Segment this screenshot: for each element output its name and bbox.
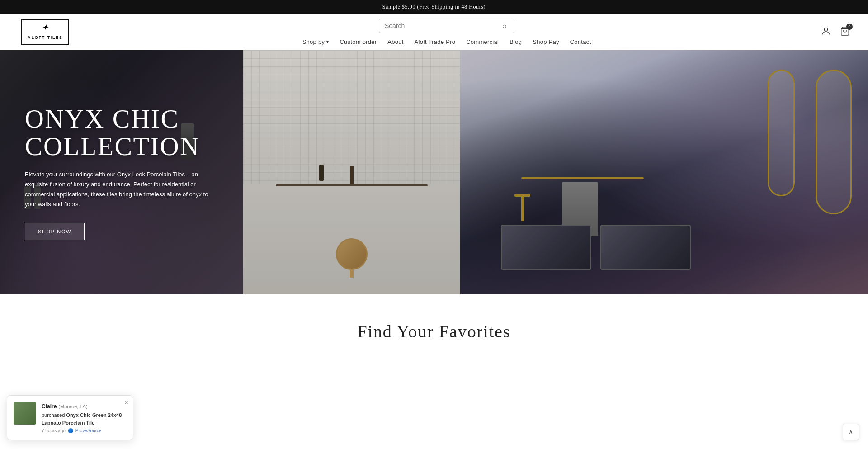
svg-point-0 — [824, 28, 827, 31]
search-button[interactable]: ⌕ — [500, 22, 509, 30]
nav-item-about[interactable]: About — [387, 38, 403, 46]
search-input[interactable] — [385, 22, 500, 29]
nav-link-trade-pro[interactable]: Aloft Trade Pro — [415, 38, 456, 45]
announcement-text: Sample $5.99 (Free Shipping in 48 Hours) — [382, 4, 486, 10]
hero-title: ONYX CHIC COLLECTION — [25, 105, 219, 161]
header-icons: 0 — [821, 26, 850, 38]
nav-item-contact[interactable]: Contact — [570, 38, 591, 46]
nav-link-commercial[interactable]: Commercial — [466, 38, 499, 45]
account-button[interactable] — [821, 26, 831, 38]
logo-text: ALOFT TILES — [28, 35, 63, 40]
nav-link-shop-by[interactable]: Shop by ▾ — [302, 38, 329, 45]
header: ✦ ALOFT TILES ⌕ Shop by ▾ Custom o — [0, 14, 868, 50]
account-icon — [821, 26, 831, 38]
nav-item-shop-pay[interactable]: Shop Pay — [533, 38, 559, 46]
nav-link-custom-order[interactable]: Custom order — [340, 38, 377, 45]
logo-area[interactable]: ✦ ALOFT TILES — [18, 19, 72, 45]
main-nav: Shop by ▾ Custom order About Aloft Trade… — [302, 38, 591, 46]
cart-count: 0 — [846, 24, 853, 30]
nav-item-shop-by[interactable]: Shop by ▾ — [302, 38, 329, 45]
find-favorites-section: Find Your Favorites — [0, 294, 868, 359]
nav-item-trade-pro[interactable]: Aloft Trade Pro — [415, 38, 456, 46]
nav-link-blog[interactable]: Blog — [509, 38, 522, 45]
chevron-down-icon: ▾ — [326, 39, 329, 44]
cart-button[interactable]: 0 — [840, 26, 850, 38]
hero-description: Elevate your surroundings with our Onyx … — [25, 170, 219, 209]
search-container: ⌕ — [379, 19, 514, 33]
nav-link-about[interactable]: About — [387, 38, 403, 45]
hero-section: ONYX CHIC COLLECTION Elevate your surrou… — [0, 50, 868, 294]
shop-now-button[interactable]: SHOP NOW — [25, 223, 85, 240]
nav-item-blog[interactable]: Blog — [509, 38, 522, 46]
logo-icon: ✦ — [28, 24, 63, 32]
find-favorites-title: Find Your Favorites — [18, 321, 850, 341]
nav-link-shop-pay[interactable]: Shop Pay — [533, 38, 559, 45]
hero-content: ONYX CHIC COLLECTION Elevate your surrou… — [25, 105, 219, 240]
search-icon: ⌕ — [502, 22, 507, 29]
nav-item-commercial[interactable]: Commercial — [466, 38, 499, 46]
logo-box[interactable]: ✦ ALOFT TILES — [21, 19, 69, 45]
announcement-bar: Sample $5.99 (Free Shipping in 48 Hours) — [0, 0, 868, 14]
nav-link-contact[interactable]: Contact — [570, 38, 591, 45]
nav-item-custom-order[interactable]: Custom order — [340, 38, 377, 46]
